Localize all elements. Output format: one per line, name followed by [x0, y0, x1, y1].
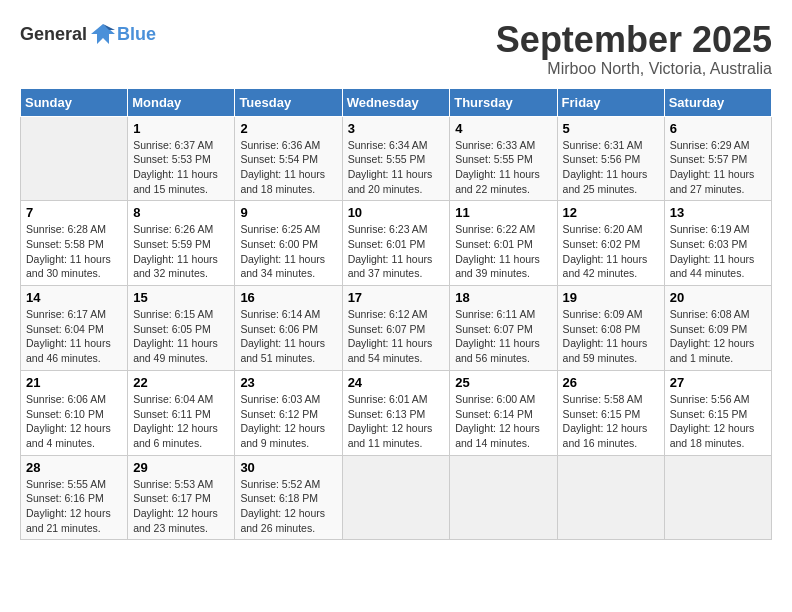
day-number: 17	[348, 290, 445, 305]
calendar-cell: 20Sunrise: 6:08 AM Sunset: 6:09 PM Dayli…	[664, 286, 771, 371]
calendar-cell	[664, 455, 771, 540]
calendar-week-3: 14Sunrise: 6:17 AM Sunset: 6:04 PM Dayli…	[21, 286, 772, 371]
day-info: Sunrise: 6:36 AM Sunset: 5:54 PM Dayligh…	[240, 138, 336, 197]
day-info: Sunrise: 5:55 AM Sunset: 6:16 PM Dayligh…	[26, 477, 122, 536]
day-number: 10	[348, 205, 445, 220]
day-number: 7	[26, 205, 122, 220]
location-title: Mirboo North, Victoria, Australia	[496, 60, 772, 78]
day-number: 2	[240, 121, 336, 136]
day-info: Sunrise: 6:28 AM Sunset: 5:58 PM Dayligh…	[26, 222, 122, 281]
day-number: 19	[563, 290, 659, 305]
calendar-cell: 16Sunrise: 6:14 AM Sunset: 6:06 PM Dayli…	[235, 286, 342, 371]
calendar-cell: 2Sunrise: 6:36 AM Sunset: 5:54 PM Daylig…	[235, 116, 342, 201]
col-header-friday: Friday	[557, 88, 664, 116]
day-info: Sunrise: 6:00 AM Sunset: 6:14 PM Dayligh…	[455, 392, 551, 451]
month-title: September 2025	[496, 20, 772, 60]
day-info: Sunrise: 6:06 AM Sunset: 6:10 PM Dayligh…	[26, 392, 122, 451]
day-number: 21	[26, 375, 122, 390]
day-number: 27	[670, 375, 766, 390]
calendar-cell: 10Sunrise: 6:23 AM Sunset: 6:01 PM Dayli…	[342, 201, 450, 286]
day-info: Sunrise: 6:15 AM Sunset: 6:05 PM Dayligh…	[133, 307, 229, 366]
calendar-cell	[21, 116, 128, 201]
calendar-cell	[557, 455, 664, 540]
logo-bird-icon	[89, 20, 117, 48]
logo-blue: Blue	[117, 24, 156, 45]
day-info: Sunrise: 6:37 AM Sunset: 5:53 PM Dayligh…	[133, 138, 229, 197]
calendar-cell: 5Sunrise: 6:31 AM Sunset: 5:56 PM Daylig…	[557, 116, 664, 201]
day-number: 11	[455, 205, 551, 220]
day-number: 14	[26, 290, 122, 305]
calendar-cell: 18Sunrise: 6:11 AM Sunset: 6:07 PM Dayli…	[450, 286, 557, 371]
calendar-cell: 21Sunrise: 6:06 AM Sunset: 6:10 PM Dayli…	[21, 370, 128, 455]
day-number: 25	[455, 375, 551, 390]
day-info: Sunrise: 6:20 AM Sunset: 6:02 PM Dayligh…	[563, 222, 659, 281]
day-number: 13	[670, 205, 766, 220]
calendar-cell: 17Sunrise: 6:12 AM Sunset: 6:07 PM Dayli…	[342, 286, 450, 371]
logo-general: General	[20, 24, 87, 45]
day-number: 5	[563, 121, 659, 136]
calendar-cell: 27Sunrise: 5:56 AM Sunset: 6:15 PM Dayli…	[664, 370, 771, 455]
day-number: 20	[670, 290, 766, 305]
col-header-wednesday: Wednesday	[342, 88, 450, 116]
calendar-table: SundayMondayTuesdayWednesdayThursdayFrid…	[20, 88, 772, 541]
calendar-cell	[450, 455, 557, 540]
calendar-cell: 28Sunrise: 5:55 AM Sunset: 6:16 PM Dayli…	[21, 455, 128, 540]
day-info: Sunrise: 5:58 AM Sunset: 6:15 PM Dayligh…	[563, 392, 659, 451]
calendar-cell: 14Sunrise: 6:17 AM Sunset: 6:04 PM Dayli…	[21, 286, 128, 371]
calendar-cell: 13Sunrise: 6:19 AM Sunset: 6:03 PM Dayli…	[664, 201, 771, 286]
calendar-cell: 8Sunrise: 6:26 AM Sunset: 5:59 PM Daylig…	[128, 201, 235, 286]
calendar-cell: 11Sunrise: 6:22 AM Sunset: 6:01 PM Dayli…	[450, 201, 557, 286]
day-info: Sunrise: 5:52 AM Sunset: 6:18 PM Dayligh…	[240, 477, 336, 536]
day-info: Sunrise: 6:17 AM Sunset: 6:04 PM Dayligh…	[26, 307, 122, 366]
calendar-cell: 26Sunrise: 5:58 AM Sunset: 6:15 PM Dayli…	[557, 370, 664, 455]
calendar-cell: 7Sunrise: 6:28 AM Sunset: 5:58 PM Daylig…	[21, 201, 128, 286]
logo: General Blue	[20, 20, 156, 48]
calendar-week-5: 28Sunrise: 5:55 AM Sunset: 6:16 PM Dayli…	[21, 455, 772, 540]
day-info: Sunrise: 6:23 AM Sunset: 6:01 PM Dayligh…	[348, 222, 445, 281]
calendar-cell: 19Sunrise: 6:09 AM Sunset: 6:08 PM Dayli…	[557, 286, 664, 371]
calendar-cell: 3Sunrise: 6:34 AM Sunset: 5:55 PM Daylig…	[342, 116, 450, 201]
day-number: 23	[240, 375, 336, 390]
day-info: Sunrise: 6:26 AM Sunset: 5:59 PM Dayligh…	[133, 222, 229, 281]
page-header: General Blue September 2025 Mirboo North…	[20, 20, 772, 78]
day-number: 26	[563, 375, 659, 390]
day-number: 28	[26, 460, 122, 475]
day-info: Sunrise: 6:29 AM Sunset: 5:57 PM Dayligh…	[670, 138, 766, 197]
day-info: Sunrise: 6:08 AM Sunset: 6:09 PM Dayligh…	[670, 307, 766, 366]
calendar-cell: 29Sunrise: 5:53 AM Sunset: 6:17 PM Dayli…	[128, 455, 235, 540]
day-number: 3	[348, 121, 445, 136]
day-info: Sunrise: 6:22 AM Sunset: 6:01 PM Dayligh…	[455, 222, 551, 281]
day-info: Sunrise: 6:11 AM Sunset: 6:07 PM Dayligh…	[455, 307, 551, 366]
day-number: 6	[670, 121, 766, 136]
day-number: 22	[133, 375, 229, 390]
day-number: 24	[348, 375, 445, 390]
calendar-cell: 1Sunrise: 6:37 AM Sunset: 5:53 PM Daylig…	[128, 116, 235, 201]
col-header-thursday: Thursday	[450, 88, 557, 116]
day-info: Sunrise: 6:09 AM Sunset: 6:08 PM Dayligh…	[563, 307, 659, 366]
calendar-cell	[342, 455, 450, 540]
calendar-cell: 4Sunrise: 6:33 AM Sunset: 5:55 PM Daylig…	[450, 116, 557, 201]
calendar-cell: 24Sunrise: 6:01 AM Sunset: 6:13 PM Dayli…	[342, 370, 450, 455]
calendar-cell: 23Sunrise: 6:03 AM Sunset: 6:12 PM Dayli…	[235, 370, 342, 455]
calendar-cell: 6Sunrise: 6:29 AM Sunset: 5:57 PM Daylig…	[664, 116, 771, 201]
calendar-cell: 12Sunrise: 6:20 AM Sunset: 6:02 PM Dayli…	[557, 201, 664, 286]
svg-marker-0	[91, 24, 115, 44]
day-number: 4	[455, 121, 551, 136]
col-header-monday: Monday	[128, 88, 235, 116]
day-number: 8	[133, 205, 229, 220]
day-number: 1	[133, 121, 229, 136]
day-info: Sunrise: 5:53 AM Sunset: 6:17 PM Dayligh…	[133, 477, 229, 536]
day-info: Sunrise: 6:14 AM Sunset: 6:06 PM Dayligh…	[240, 307, 336, 366]
day-number: 18	[455, 290, 551, 305]
day-number: 15	[133, 290, 229, 305]
day-info: Sunrise: 6:12 AM Sunset: 6:07 PM Dayligh…	[348, 307, 445, 366]
calendar-week-2: 7Sunrise: 6:28 AM Sunset: 5:58 PM Daylig…	[21, 201, 772, 286]
calendar-week-4: 21Sunrise: 6:06 AM Sunset: 6:10 PM Dayli…	[21, 370, 772, 455]
day-info: Sunrise: 6:25 AM Sunset: 6:00 PM Dayligh…	[240, 222, 336, 281]
calendar-cell: 15Sunrise: 6:15 AM Sunset: 6:05 PM Dayli…	[128, 286, 235, 371]
calendar-cell: 22Sunrise: 6:04 AM Sunset: 6:11 PM Dayli…	[128, 370, 235, 455]
calendar-cell: 25Sunrise: 6:00 AM Sunset: 6:14 PM Dayli…	[450, 370, 557, 455]
col-header-tuesday: Tuesday	[235, 88, 342, 116]
day-info: Sunrise: 6:19 AM Sunset: 6:03 PM Dayligh…	[670, 222, 766, 281]
day-info: Sunrise: 6:31 AM Sunset: 5:56 PM Dayligh…	[563, 138, 659, 197]
